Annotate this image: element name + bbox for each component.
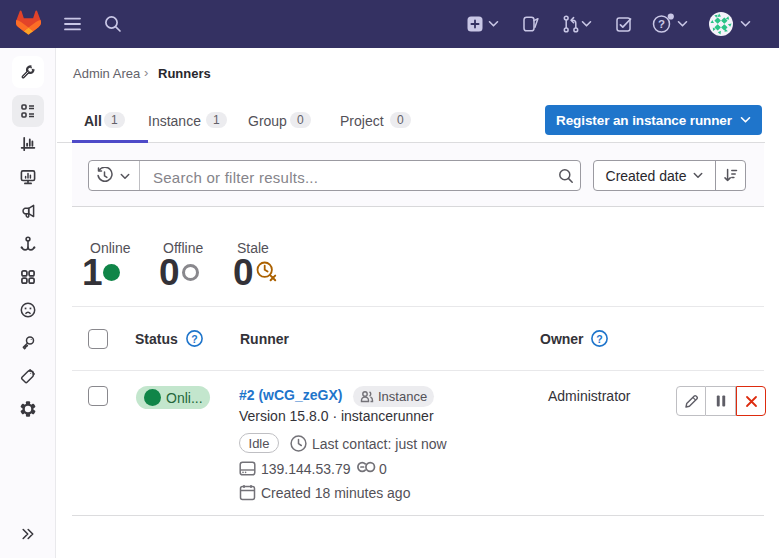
svg-text:?: ? <box>191 333 197 345</box>
svg-text:?: ? <box>596 333 602 345</box>
svg-text:?: ? <box>658 18 665 30</box>
